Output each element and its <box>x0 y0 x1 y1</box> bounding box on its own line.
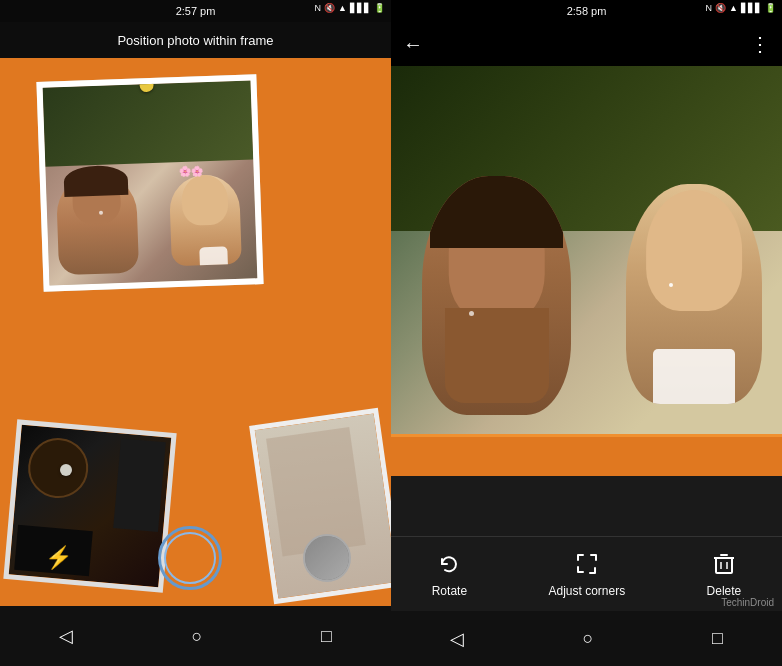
top-bar-right: ← ⋮ <box>391 22 782 66</box>
back-button[interactable]: ← <box>403 33 423 56</box>
display-floral-crown: 🌸🌸🌸 <box>639 184 684 186</box>
face-right: 🌸🌸 <box>169 174 242 266</box>
trash-icon <box>710 550 738 578</box>
photo-main[interactable]: 🌸🌸 <box>36 74 263 292</box>
display-face-left <box>422 176 571 415</box>
rotate-icon <box>435 550 463 578</box>
battery-icon-left: 🔋 <box>374 3 385 13</box>
rotate-tool[interactable]: Rotate <box>432 550 467 598</box>
display-main-photo[interactable]: 🌸🌸🌸 <box>391 66 782 434</box>
home-nav-right[interactable]: ○ <box>583 628 594 649</box>
adjust-corners-tool[interactable]: Adjust corners <box>548 550 625 598</box>
signal-icon-right: ▋▋▋ <box>741 3 762 13</box>
adjust-corners-label: Adjust corners <box>548 584 625 598</box>
mole-dot <box>99 210 103 214</box>
photo-pin-small <box>60 464 72 476</box>
display-photo-inner: 🌸🌸🌸 <box>391 66 782 434</box>
top-bar-left: Position photo within frame <box>0 22 391 58</box>
photo-display: 🌸🌸🌸 <box>391 66 782 556</box>
back-nav-right[interactable]: ◁ <box>450 628 464 650</box>
back-nav-left[interactable]: ◁ <box>59 625 73 647</box>
display-photo-container: 🌸🌸🌸 <box>391 66 782 556</box>
rotate-label: Rotate <box>432 584 467 598</box>
wifi-icon-left: ▲ <box>338 3 347 13</box>
time-right: 2:58 pm <box>567 5 607 17</box>
nav-bar-right: ◁ ○ □ <box>391 611 782 666</box>
mute-icon-right: 🔇 <box>715 3 726 13</box>
watermark: TechinDroid <box>721 597 774 608</box>
time-left: 2:57 pm <box>176 5 216 17</box>
mute-icon-left: 🔇 <box>324 3 335 13</box>
signal-icon-left: ▋▋▋ <box>350 3 371 13</box>
white-collar <box>199 246 228 265</box>
delete-label: Delete <box>707 584 742 598</box>
more-button[interactable]: ⋮ <box>750 32 770 56</box>
floral-crown: 🌸🌸 <box>179 165 203 177</box>
watermark-text: TechinDroid <box>721 597 774 608</box>
svg-rect-0 <box>716 558 732 573</box>
camera-controls: ⚡ <box>0 518 391 598</box>
thumbnail-preview[interactable] <box>303 534 351 582</box>
face-left <box>56 172 139 275</box>
status-bar-left: 2:57 pm N 🔇 ▲ ▋▋▋ 🔋 <box>0 0 391 22</box>
right-panel: 2:58 pm N 🔇 ▲ ▋▋▋ 🔋 ← ⋮ <box>391 0 782 666</box>
home-nav-left[interactable]: ○ <box>192 626 203 647</box>
instruction-text: Position photo within frame <box>117 33 273 48</box>
status-icons-left: N 🔇 ▲ ▋▋▋ 🔋 <box>315 3 385 13</box>
wifi-icon-right: ▲ <box>729 3 738 13</box>
delete-tool[interactable]: Delete <box>707 550 742 598</box>
left-panel: 2:57 pm N 🔇 ▲ ▋▋▋ 🔋 Position photo withi… <box>0 0 391 666</box>
flash-icon: ⚡ <box>45 545 72 571</box>
corners-icon <box>573 550 601 578</box>
display-face-right: 🌸🌸🌸 <box>626 184 763 405</box>
shutter-button[interactable] <box>158 526 222 590</box>
recent-nav-right[interactable]: □ <box>712 628 723 649</box>
display-white-top <box>653 349 735 404</box>
battery-icon-right: 🔋 <box>765 3 776 13</box>
nav-bar-left: ◁ ○ □ <box>0 606 391 666</box>
status-icons-right: N 🔇 ▲ ▋▋▋ 🔋 <box>706 3 776 13</box>
sparkle-dot <box>669 283 673 287</box>
shutter-inner <box>164 532 216 584</box>
status-bar-right: 2:58 pm N 🔇 ▲ ▋▋▋ 🔋 <box>391 0 782 22</box>
nfc-icon-right: N <box>706 3 713 13</box>
photo-main-inner: 🌸🌸 <box>43 80 258 285</box>
recent-nav-left[interactable]: □ <box>321 626 332 647</box>
nfc-icon-left: N <box>315 3 322 13</box>
flash-button[interactable]: ⚡ <box>41 540 77 576</box>
